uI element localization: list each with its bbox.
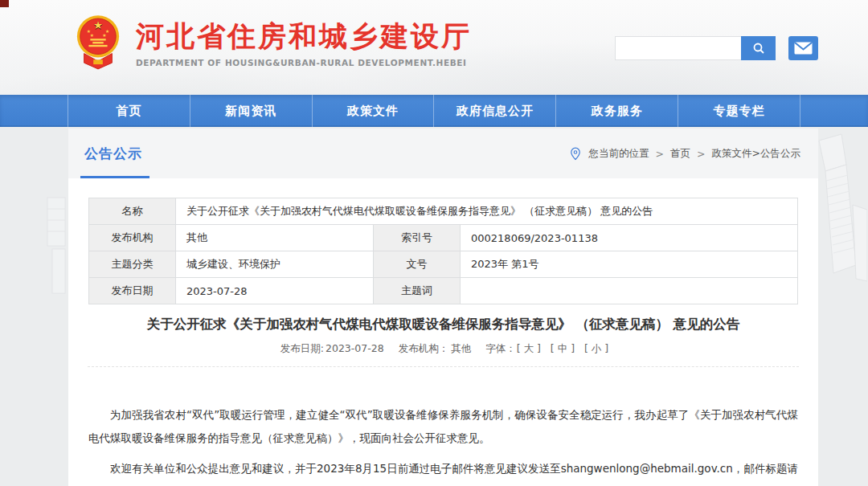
table-row: 发布机构 其他 索引号 000218069/2023-01138	[89, 225, 798, 251]
site-brand: ★ ★ ★ ★ ★ ★ 河北省住房和城乡建设厅 DEPARTMENT OF HO…	[75, 14, 472, 72]
article-paragraph: 欢迎有关单位和公众提出意见和建议，并于2023年8月15日前通过电子邮件将意见建…	[88, 457, 798, 486]
info-label-name: 名称	[89, 198, 176, 225]
article-paragraph: 为加强我省农村“双代”取暖运行管理，建立健全“双代”取暖设备维修保养服务机制，确…	[88, 403, 798, 450]
breadcrumb-home[interactable]: 首页	[670, 147, 690, 161]
main-area: 公告公示 您当前的位置 > 首页 > 政策文件>公告公示 名称	[0, 129, 868, 486]
national-emblem-logo: ★ ★ ★ ★ ★ ★	[75, 14, 121, 72]
building-watermark-left	[44, 193, 68, 297]
article-title: 关于公开征求《关于加强农村气代煤电代煤取暖设备维保服务指导意见》 （征求意见稿）…	[100, 315, 786, 333]
font-size-large-button[interactable]: [ 大 ]	[517, 342, 541, 354]
info-label-category: 主题分类	[89, 251, 176, 278]
mail-icon	[794, 42, 813, 55]
breadcrumb: 您当前的位置 > 首页 > 政策文件>公告公示	[570, 147, 800, 161]
info-value-docnumber: 2023年 第1号	[461, 251, 798, 278]
svg-text:★: ★	[93, 18, 103, 31]
info-label-docnumber: 文号	[374, 251, 461, 278]
nav-item-policy[interactable]: 政策文件	[312, 95, 434, 127]
nav-item-gov-info[interactable]: 政府信息公开	[433, 95, 555, 127]
site-title: 河北省住房和城乡建设厅	[136, 21, 472, 52]
info-value-name: 关于公开征求《关于加强农村气代煤电代煤取暖设备维保服务指导意见》 （征求意见稿）…	[176, 198, 798, 225]
info-value-index: 000218069/2023-01138	[461, 225, 798, 251]
info-label-index: 索引号	[374, 225, 461, 251]
nav-item-home[interactable]: 首页	[68, 95, 190, 127]
svg-text:★: ★	[102, 33, 106, 38]
nav-item-news[interactable]: 新闻资讯	[190, 95, 312, 127]
publish-date: 2023-07-28	[326, 342, 384, 354]
info-label-keywords: 主题词	[374, 278, 461, 304]
publish-org-label: 发布机构：	[399, 342, 449, 354]
article-body: 为加强我省农村“双代”取暖运行管理，建立健全“双代”取暖设备维修保养服务机制，确…	[68, 367, 818, 486]
section-title-underline	[80, 176, 149, 178]
section-title-tab[interactable]: 公告公示	[84, 145, 142, 163]
publish-date-label: 发布日期:	[280, 342, 324, 354]
document-info-table: 名称 关于公开征求《关于加强农村气代煤电代煤取暖设备维保服务指导意见》 （征求意…	[88, 198, 798, 304]
table-row: 发布日期 2023-07-28 主题词	[89, 278, 798, 304]
search-icon	[752, 42, 765, 55]
info-label-publisher: 发布机构	[89, 225, 176, 251]
header-search	[615, 36, 818, 60]
publish-org: 其他	[451, 342, 471, 354]
info-label-date: 发布日期	[89, 278, 176, 304]
breadcrumb-location-label: 您当前的位置	[589, 147, 649, 161]
brand-text: 河北省住房和城乡建设厅 DEPARTMENT OF HOUSING&URBAN-…	[136, 14, 472, 67]
search-input[interactable]	[615, 36, 741, 60]
mail-button[interactable]	[788, 36, 818, 60]
font-size-label: 字体：	[485, 342, 516, 354]
svg-text:★: ★	[90, 33, 94, 38]
breadcrumb-separator: >	[656, 148, 664, 160]
info-value-category: 城乡建设、环境保护	[176, 251, 374, 278]
building-watermark-right	[814, 133, 867, 285]
site-subtitle: DEPARTMENT OF HOUSING&URBAN-RURAL DEVELO…	[136, 58, 472, 67]
breadcrumb-separator: >	[697, 148, 705, 160]
table-row: 主题分类 城乡建设、环境保护 文号 2023年 第1号	[89, 251, 798, 278]
info-value-keywords	[461, 278, 798, 304]
site-header: ★ ★ ★ ★ ★ ★ 河北省住房和城乡建设厅 DEPARTMENT OF HO…	[0, 0, 868, 95]
search-button[interactable]	[741, 36, 776, 60]
info-value-publisher: 其他	[176, 225, 374, 251]
main-nav: 首页 新闻资讯 政策文件 政府信息公开 政务服务 专题专栏	[0, 95, 868, 127]
nav-item-special[interactable]: 专题专栏	[678, 95, 800, 127]
article-meta: 发布日期:2023-07-28 发布机构：其他 字体：[ 大 ] [ 中 ] […	[68, 342, 818, 356]
table-row: 名称 关于公开征求《关于加强农村气代煤电代煤取暖设备维保服务指导意见》 （征求意…	[89, 198, 798, 225]
corner-mark	[0, 0, 9, 7]
breadcrumb-current[interactable]: 政策文件>公告公示	[712, 147, 800, 161]
info-value-date: 2023-07-28	[176, 278, 374, 304]
font-size-small-button[interactable]: [ 小 ]	[584, 342, 608, 354]
font-size-medium-button[interactable]: [ 中 ]	[551, 342, 575, 354]
breadcrumb-strip: 公告公示 您当前的位置 > 首页 > 政策文件>公告公示	[68, 129, 818, 178]
nav-item-services[interactable]: 政务服务	[555, 95, 678, 127]
location-pin-icon	[570, 147, 581, 161]
content-card: 公告公示 您当前的位置 > 首页 > 政策文件>公告公示 名称	[68, 129, 818, 486]
